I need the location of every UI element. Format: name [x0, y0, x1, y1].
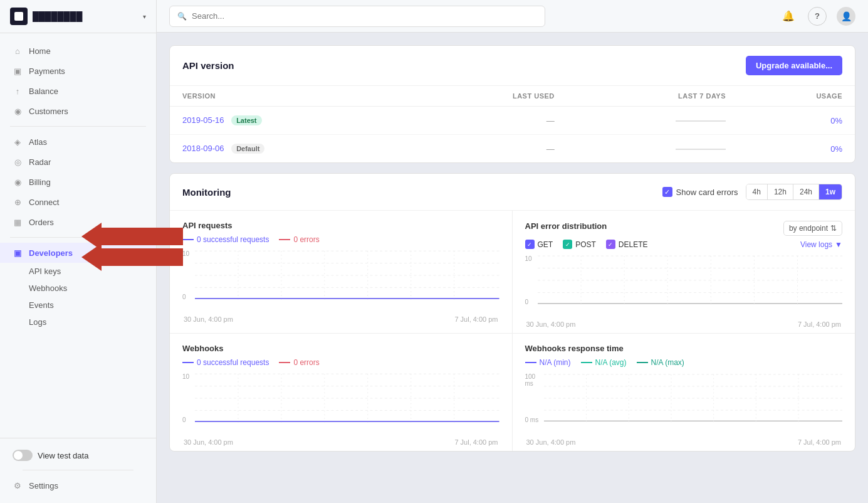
api-error-dist-chart-area: 10 0 — [525, 255, 843, 318]
customers-icon: ◉ — [13, 106, 23, 116]
sidebar-item-orders[interactable]: ▦ Orders — [0, 212, 156, 232]
view-logs-link[interactable]: View logs ▼ — [800, 240, 842, 249]
sidebar-item-home[interactable]: ⌂ Home — [0, 41, 156, 61]
sidebar-item-payments-label: Payments — [29, 66, 65, 76]
api-requests-legend: 0 successful requests 0 errors — [182, 235, 499, 244]
sidebar-item-webhooks-label: Webhooks — [29, 283, 67, 293]
last-7-days-cell-1 — [567, 107, 738, 135]
sidebar-item-connect[interactable]: ⊕ Connect — [0, 192, 156, 212]
sidebar-item-balance[interactable]: ↑ Balance — [0, 81, 156, 101]
y-axis: 10 0 — [182, 250, 195, 300]
post-checkbox[interactable]: ✓ — [563, 240, 572, 249]
sort-icon: ⇅ — [830, 224, 837, 233]
sidebar-item-developers-label: Developers — [29, 248, 73, 258]
sidebar-item-events[interactable]: Events — [0, 297, 156, 314]
check-icon: ✓ — [527, 241, 532, 248]
monitoring-header: Monitoring ✓ Show card errors 4h 12h 24h… — [170, 174, 855, 211]
webhooks-legend: 0 successful requests 0 errors — [182, 358, 499, 367]
charts-grid: API requests 0 successful requests 0 err… — [170, 211, 855, 451]
search-input[interactable] — [192, 11, 537, 21]
filter-get[interactable]: ✓ GET — [525, 240, 553, 249]
sidebar-item-settings-label: Settings — [29, 481, 58, 490]
filter-post[interactable]: ✓ POST — [563, 240, 596, 249]
delete-checkbox[interactable]: ✓ — [606, 240, 615, 249]
col-usage: USAGE — [738, 86, 855, 107]
y-min-3: 0 — [182, 416, 195, 423]
table-row: 2019-05-16 Latest — 0% — [170, 107, 855, 135]
last-used-cell-1: — — [414, 107, 567, 135]
sidebar-item-logs[interactable]: Logs — [0, 314, 156, 331]
y-max-2: 10 — [525, 255, 538, 262]
brand-logo — [10, 8, 28, 25]
api-requests-chart-area: 10 0 — [182, 250, 499, 313]
sidebar-item-settings[interactable]: ⚙ Settings — [13, 475, 144, 495]
help-icon[interactable]: ? — [808, 7, 827, 26]
post-label: POST — [575, 240, 596, 249]
errors-count: 0 errors — [293, 235, 319, 244]
bar-chart-placeholder-2 — [676, 149, 726, 150]
version-cell-2: 2018-09-06 Default — [170, 135, 414, 163]
time-btn-12h[interactable]: 12h — [768, 184, 793, 199]
successful-count: 0 successful requests — [197, 235, 269, 244]
connect-icon: ⊕ — [13, 197, 23, 207]
legend-webhooks-successful: 0 successful requests — [182, 358, 269, 367]
payments-icon: ▣ — [13, 66, 23, 76]
sidebar-item-developers[interactable]: ▣ Developers — [0, 243, 156, 263]
sidebar-item-billing-label: Billing — [29, 177, 51, 187]
time-btn-1w[interactable]: 1w — [819, 184, 842, 199]
sidebar-item-billing[interactable]: ◉ Billing — [0, 172, 156, 192]
monitoring-title: Monitoring — [182, 187, 231, 198]
sidebar-item-payments[interactable]: ▣ Payments — [0, 61, 156, 81]
version-link-2[interactable]: 2018-09-06 — [182, 144, 224, 153]
legend-errors: 0 errors — [279, 235, 319, 244]
show-card-errors-label[interactable]: ✓ Show card errors — [662, 187, 738, 197]
monitoring-card: Monitoring ✓ Show card errors 4h 12h 24h… — [169, 173, 855, 452]
bar-chart-placeholder-1 — [676, 120, 726, 122]
sidebar-item-customers-label: Customers — [29, 107, 68, 116]
sidebar: ████████ ▾ ⌂ Home ▣ Payments ↑ Balance ◉… — [0, 0, 157, 503]
api-error-svg — [538, 255, 843, 305]
sidebar-item-atlas[interactable]: ◈ Atlas — [0, 132, 156, 152]
search-wrapper[interactable]: 🔍 — [169, 6, 545, 27]
webhooks-labels: 30 Jun, 4:00 pm 7 Jul, 4:00 pm — [182, 438, 499, 446]
sidebar-item-webhooks[interactable]: Webhooks — [0, 280, 156, 297]
check-icon: ✓ — [664, 188, 670, 196]
line-webhooks-success-icon — [182, 362, 194, 363]
table-row: 2018-09-06 Default — 0% — [170, 135, 855, 163]
get-label: GET — [538, 240, 553, 249]
sidebar-item-customers[interactable]: ◉ Customers — [0, 101, 156, 121]
show-card-errors-checkbox[interactable]: ✓ — [662, 187, 672, 197]
sidebar-header[interactable]: ████████ ▾ — [0, 0, 156, 33]
api-version-header: API version Upgrade available... — [170, 46, 855, 86]
webhooks-chart: Webhooks 0 successful requests 0 errors — [170, 334, 513, 451]
nav-divider-2 — [10, 237, 146, 238]
topbar: 🔍 🔔 ? 👤 — [157, 0, 868, 33]
webhooks-response-svg — [544, 373, 843, 423]
sidebar-item-radar-label: Radar — [29, 157, 51, 167]
notifications-icon[interactable]: 🔔 — [779, 7, 798, 26]
sidebar-item-radar[interactable]: ◎ Radar — [0, 152, 156, 172]
time-btn-4h[interactable]: 4h — [746, 184, 768, 199]
legend-min: N/A (min) — [525, 358, 571, 367]
col-last-7-days: LAST 7 DAYS — [567, 86, 738, 107]
sidebar-item-api-keys[interactable]: API keys — [0, 263, 156, 280]
col-version: VERSION — [170, 86, 414, 107]
y-min-4: 0 ms — [525, 416, 544, 423]
time-btn-24h[interactable]: 24h — [793, 184, 819, 199]
avatar[interactable]: 👤 — [837, 7, 855, 26]
line-successful-icon — [182, 239, 194, 240]
view-test-data-row[interactable]: View test data — [13, 446, 144, 465]
filter-delete[interactable]: ✓ DELETE — [606, 240, 648, 249]
last-7-days-cell-2 — [567, 135, 738, 163]
x-end-label: 7 Jul, 4:00 pm — [454, 315, 498, 323]
line-errors-icon — [279, 239, 290, 240]
y-axis-3: 10 0 — [182, 373, 195, 423]
get-checkbox[interactable]: ✓ — [525, 240, 535, 249]
test-data-toggle[interactable] — [13, 450, 33, 461]
sidebar-item-logs-label: Logs — [29, 317, 46, 327]
by-endpoint-select[interactable]: by endpoint ⇅ — [783, 221, 842, 236]
sidebar-nav: ⌂ Home ▣ Payments ↑ Balance ◉ Customers … — [0, 33, 156, 438]
y-axis-2: 10 0 — [525, 255, 538, 305]
version-link-1[interactable]: 2019-05-16 — [182, 115, 224, 125]
upgrade-button[interactable]: Upgrade available... — [746, 56, 842, 75]
